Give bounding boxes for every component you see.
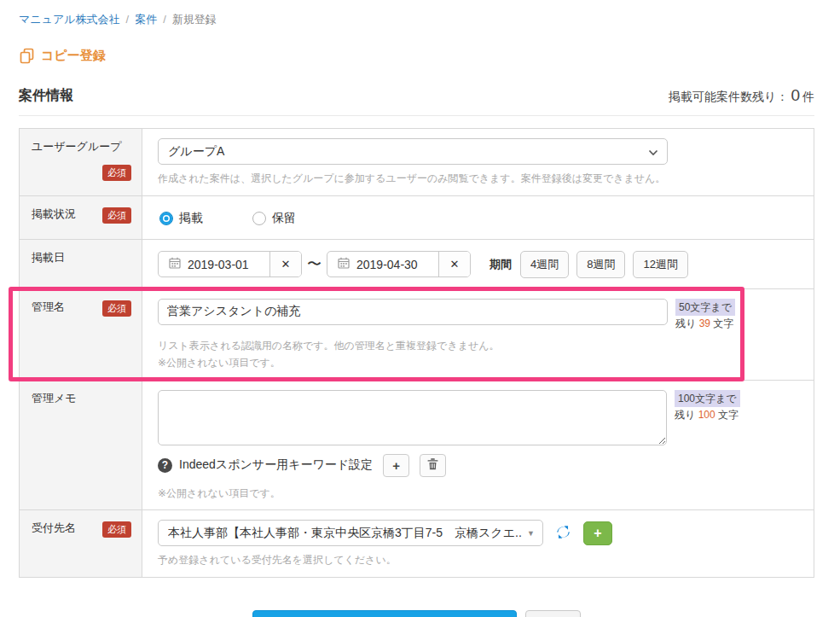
max-chars-badge: 100文字まで	[675, 390, 740, 407]
refresh-icon	[555, 524, 571, 543]
row-admin-name: 管理名 必須 50文字まで 残り 39 文字 リスト表示される認識用の名称です。…	[20, 289, 814, 381]
row-user-group: ユーザーグループ 必須 グループA 作成された案件は、選択したグループに参加する…	[20, 129, 814, 196]
start-date-group: 2019-03-01 ✕	[158, 251, 302, 277]
remaining-chars: 39	[699, 317, 710, 329]
row-publish-date: 掲載日	[20, 240, 814, 289]
remaining-prefix: 残り	[675, 409, 695, 421]
back-button[interactable]: 戻る	[525, 610, 580, 617]
required-badge: 必須	[102, 207, 131, 224]
required-badge: 必須	[102, 521, 131, 538]
user-group-help: 作成された案件は、選択したグループに参加するユーザーのみ閲覧できます。案件登録後…	[158, 171, 800, 187]
remaining-prefix: 残り	[675, 317, 696, 329]
user-group-content: グループA 作成された案件は、選択したグループに参加するユーザーのみ閲覧できます…	[142, 129, 814, 195]
submit-button[interactable]: 登録する	[252, 610, 517, 617]
row-admin-memo: 管理メモ 100文字まで 残り 100 文字 ? Indeedスポンサー用キーワ…	[20, 381, 814, 511]
publish-status-label-cell: 掲載状況 必須	[20, 196, 142, 239]
remaining-count: 0	[791, 86, 800, 104]
start-date-input[interactable]: 2019-03-01	[159, 252, 269, 276]
field-label: 掲載状況	[32, 207, 76, 221]
radio-hold[interactable]: 保留	[252, 211, 296, 226]
remaining-chars: 100	[698, 409, 715, 421]
radio-label: 掲載	[179, 211, 203, 226]
breadcrumb: マニュアル株式会社/案件/新規登録	[19, 12, 814, 27]
copy-register-link[interactable]: コピー登録	[19, 48, 106, 64]
trash-icon	[427, 458, 438, 473]
breadcrumb-company-link[interactable]: マニュアル株式会社	[19, 13, 120, 26]
indeed-keyword-label: Indeedスポンサー用キーワード設定	[179, 457, 373, 473]
required-badge: 必須	[102, 300, 131, 317]
admin-name-help2: ※公開されない項目です。	[158, 355, 800, 371]
period-label: 期間	[490, 257, 512, 272]
chevron-down-icon	[648, 145, 658, 159]
question-icon[interactable]: ?	[158, 458, 172, 473]
case-info-form: ユーザーグループ 必須 グループA 作成された案件は、選択したグループに参加する…	[19, 128, 814, 578]
remaining-suffix: 文字	[713, 317, 733, 329]
publish-status-radio-group: 掲載 保留	[158, 206, 800, 230]
user-group-label-cell: ユーザーグループ 必須	[20, 129, 142, 195]
date-range-separator: 〜	[307, 254, 322, 274]
section-head: 案件情報 掲載可能案件数残り：0件	[19, 86, 814, 116]
calendar-icon	[338, 257, 350, 271]
admin-memo-textarea[interactable]	[158, 390, 667, 445]
admin-memo-help: ※公開されない項目です。	[158, 486, 800, 502]
field-label: 掲載日	[32, 251, 65, 265]
end-date-clear-button[interactable]: ✕	[438, 252, 470, 276]
end-date-input[interactable]: 2019-04-30	[327, 252, 438, 276]
reception-controls: 本社人事部【本社人事部・東京中央区京橋3丁目7-5 京橋スクエ... ▼ +	[158, 520, 800, 546]
remaining-suffix: 文字	[718, 409, 739, 421]
end-date-value: 2019-04-30	[356, 258, 418, 271]
row-reception-name: 受付先名 必須 本社人事部【本社人事部・東京中央区京橋3丁目7-5 京橋スクエ.…	[20, 510, 814, 577]
radio-selected-icon	[159, 212, 173, 225]
admin-name-input[interactable]	[158, 299, 668, 325]
page-title: 案件情報	[19, 87, 73, 105]
caret-down-icon: ▼	[527, 529, 535, 538]
breadcrumb-section-link[interactable]: 案件	[135, 13, 157, 26]
field-label: 管理名	[32, 300, 65, 314]
end-date-group: 2019-04-30 ✕	[327, 251, 471, 277]
admin-memo-content: 100文字まで 残り 100 文字 ? Indeedスポンサー用キーワード設定 …	[142, 381, 814, 510]
period-8week-button[interactable]: 8週間	[576, 251, 625, 278]
publish-date-content: 2019-03-01 ✕ 〜	[142, 240, 814, 288]
start-date-clear-button[interactable]: ✕	[269, 252, 301, 276]
field-label: 管理メモ	[32, 392, 77, 405]
period-4week-button[interactable]: 4週間	[520, 251, 569, 278]
copy-register-label: コピー登録	[41, 48, 106, 64]
keyword-add-button[interactable]: +	[383, 454, 409, 477]
period-12week-button[interactable]: 12週間	[633, 251, 687, 278]
indeed-keyword-setting: ? Indeedスポンサー用キーワード設定 +	[158, 454, 800, 477]
publish-date-label-cell: 掲載日	[20, 240, 142, 288]
radio-unselected-icon	[252, 212, 266, 225]
reception-name-value: 本社人事部【本社人事部・東京中央区京橋3丁目7-5 京橋スクエ...	[168, 526, 522, 541]
admin-memo-counter: 100文字まで 残り 100 文字	[675, 390, 743, 422]
copy-icon	[19, 48, 35, 64]
required-badge: 必須	[102, 165, 131, 181]
start-date-value: 2019-03-01	[188, 258, 249, 271]
field-label: ユーザーグループ	[32, 140, 122, 154]
admin-name-content: 50文字まで 残り 39 文字 リスト表示される認識用の名称です。他の管理名と重…	[142, 289, 814, 380]
radio-label: 保留	[272, 211, 296, 226]
user-group-select[interactable]: グループA	[158, 138, 668, 165]
remaining-count-info: 掲載可能案件数残り：0件	[669, 86, 814, 105]
reception-name-select[interactable]: 本社人事部【本社人事部・東京中央区京橋3丁目7-5 京橋スクエ... ▼	[158, 520, 543, 546]
actions-bar: 登録する 戻る	[19, 610, 814, 617]
page: マニュアル株式会社/案件/新規登録 コピー登録 案件情報 掲載可能案件数残り：0…	[0, 0, 840, 617]
reception-name-content: 本社人事部【本社人事部・東京中央区京橋3丁目7-5 京橋スクエ... ▼ +	[142, 510, 814, 577]
reception-add-button[interactable]: +	[583, 521, 612, 545]
admin-memo-label-cell: 管理メモ	[20, 381, 142, 510]
remaining-label: 掲載可能案件数残り：	[669, 90, 788, 103]
keyword-delete-button[interactable]	[420, 454, 446, 477]
admin-name-label-cell: 管理名 必須	[20, 289, 142, 380]
reception-name-help: 予め登録されている受付先名を選択してください。	[158, 552, 800, 568]
publish-status-content: 掲載 保留	[142, 196, 814, 239]
row-publish-status: 掲載状況 必須 掲載 保留	[20, 196, 814, 240]
remaining-unit: 件	[802, 90, 814, 103]
breadcrumb-current: 新規登録	[172, 13, 217, 26]
breadcrumb-separator: /	[163, 13, 166, 26]
field-label: 受付先名	[32, 521, 76, 535]
admin-name-help1: リスト表示される認識用の名称です。他の管理名と重複登録できません。	[158, 338, 800, 354]
breadcrumb-separator: /	[126, 13, 130, 26]
reception-refresh-button[interactable]	[553, 522, 573, 544]
reception-name-label-cell: 受付先名 必須	[20, 510, 142, 577]
user-group-value: グループA	[168, 144, 224, 160]
radio-publish[interactable]: 掲載	[159, 211, 203, 226]
